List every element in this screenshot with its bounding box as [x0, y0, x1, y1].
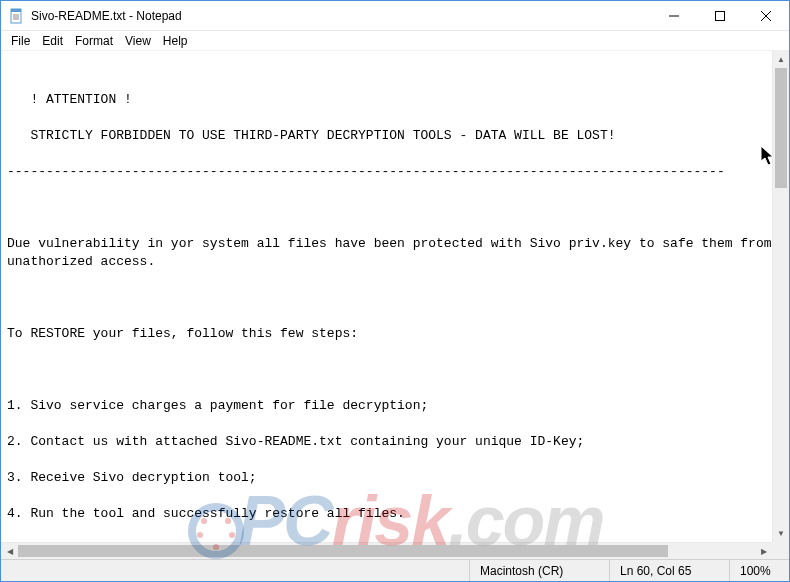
scroll-corner — [772, 542, 789, 559]
svg-rect-1 — [11, 9, 21, 12]
vscroll-thumb[interactable] — [775, 68, 787, 188]
close-button[interactable] — [743, 1, 789, 31]
menu-file[interactable]: File — [5, 33, 36, 49]
hscroll-track[interactable] — [18, 543, 755, 559]
scroll-right-arrow-icon[interactable]: ▶ — [755, 543, 772, 559]
status-encoding: Macintosh (CR) — [469, 560, 609, 581]
vertical-scrollbar[interactable]: ▲ ▼ — [772, 51, 789, 542]
hscroll-thumb[interactable] — [18, 545, 668, 557]
scroll-down-arrow-icon[interactable]: ▼ — [773, 525, 789, 542]
horizontal-scrollbar[interactable]: ◀ ▶ — [1, 542, 772, 559]
menu-view[interactable]: View — [119, 33, 157, 49]
vscroll-track[interactable] — [773, 68, 789, 525]
svg-rect-6 — [716, 11, 725, 20]
status-position: Ln 60, Col 65 — [609, 560, 729, 581]
window-title: Sivo-README.txt - Notepad — [31, 9, 651, 23]
menubar: File Edit Format View Help — [1, 31, 789, 51]
menu-help[interactable]: Help — [157, 33, 194, 49]
notepad-icon — [9, 8, 25, 24]
minimize-button[interactable] — [651, 1, 697, 31]
editor-content[interactable]: ! ATTENTION ! STRICTLY FORBIDDEN TO USE … — [1, 51, 772, 542]
menu-edit[interactable]: Edit — [36, 33, 69, 49]
maximize-button[interactable] — [697, 1, 743, 31]
status-zoom: 100% — [729, 560, 789, 581]
statusbar: Macintosh (CR) Ln 60, Col 65 100% — [1, 559, 789, 581]
text-editor[interactable]: ! ATTENTION ! STRICTLY FORBIDDEN TO USE … — [1, 51, 772, 542]
menu-format[interactable]: Format — [69, 33, 119, 49]
scroll-up-arrow-icon[interactable]: ▲ — [773, 51, 789, 68]
titlebar: Sivo-README.txt - Notepad — [1, 1, 789, 31]
editor-wrap: ! ATTENTION ! STRICTLY FORBIDDEN TO USE … — [1, 51, 789, 542]
scroll-left-arrow-icon[interactable]: ◀ — [1, 543, 18, 559]
